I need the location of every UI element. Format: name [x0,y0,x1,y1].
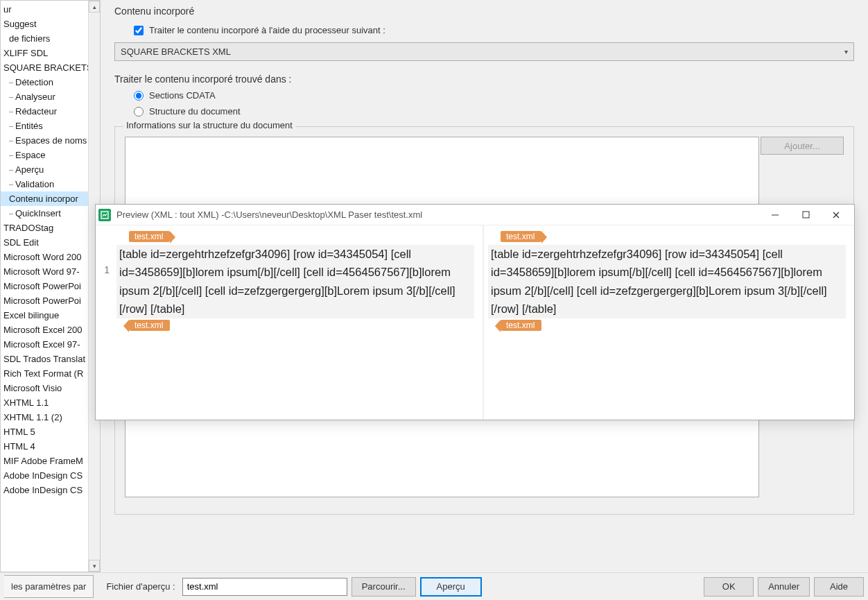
preview-text-right: [table id=zergehtrhzefzefgr34096] [row i… [488,245,846,318]
reset-params-button[interactable]: les paramètres par [4,575,94,598]
preview-file-input[interactable] [182,578,347,596]
tag-close-right: test.xml [501,320,541,331]
preview-text-left: [table id=zergehtrhzefzefgr34096] [row i… [116,245,474,318]
tag-open-left: test.xml [129,231,170,242]
add-button[interactable]: Ajouter... [761,137,844,155]
preview-file-label: Fichier d'aperçu : [106,581,175,592]
tree-item[interactable]: Adobe InDesign CS [1,483,100,497]
tree-item[interactable]: Microsoft Excel 97- [1,337,100,352]
preview-pane-left: test.xml [table id=zergehtrhzefzefgr3409… [112,225,484,420]
browse-button[interactable]: Parcourir... [351,577,416,597]
sidebar-tree: urSuggestde fichiersXLIFF SDLSQUARE BRAC… [0,0,101,572]
tree-item[interactable]: XHTML 1.1 (2) [1,410,100,425]
chevron-down-icon: ▾ [844,48,848,55]
tag-close-left: test.xml [129,320,170,331]
tree-item[interactable]: Microsoft Word 200 [1,250,100,264]
process-embedded-label: Traiter le contenu incorporé à l'aide du… [149,25,385,35]
process-embedded-checkbox[interactable] [134,26,144,35]
tree-item[interactable]: TRADOStag [1,221,100,235]
tree-item[interactable]: Détection [1,75,100,89]
tree-item[interactable]: XLIFF SDL [1,46,100,60]
tree-item[interactable]: SDL Trados Translat [1,352,100,366]
svg-rect-2 [803,212,809,218]
tree-item[interactable]: Entités [1,119,100,133]
tree-item[interactable]: HTML 4 [1,439,100,454]
tree-item[interactable]: Contenu incorpor [1,191,100,206]
tree-item[interactable]: Rich Text Format (R [1,366,100,381]
tree-item[interactable]: Adobe InDesign CS [1,468,100,483]
processor-dropdown-value: SQUARE BRACKETS XML [121,46,231,57]
tree-item[interactable]: de fichiers [1,31,100,46]
tree-item[interactable]: Microsoft Visio [1,381,100,395]
tree-item[interactable]: MIF Adobe FrameM [1,454,100,468]
tree-item[interactable]: Aperçu [1,162,100,177]
radio-structure-label: Structure du document [149,106,241,117]
radio-cdata-label: Sections CDATA [149,90,216,101]
cancel-button[interactable]: Annuler [758,577,810,597]
fieldset-legend: Informations sur la structure du documen… [123,120,295,130]
scroll-up-icon[interactable]: ▴ [89,1,100,12]
section-heading: Contenu incorporé [114,6,854,17]
tree-item[interactable]: SDL Edit [1,235,100,250]
ok-button[interactable]: OK [704,577,754,597]
tree-item[interactable]: Microsoft Word 97- [1,264,100,279]
preview-title: Preview (XML : tout XML) -C:\Users\neveu… [116,209,760,220]
help-button[interactable]: Aide [814,577,864,597]
tag-open-right: test.xml [501,231,541,242]
tree-item[interactable]: Microsoft Excel 200 [1,323,100,337]
processor-dropdown[interactable]: SQUARE BRACKETS XML ▾ [114,42,854,61]
close-button[interactable] [821,205,851,225]
tree-item[interactable]: Microsoft PowerPoi [1,279,100,293]
found-in-label: Traiter le contenu incorporé trouvé dans… [114,74,854,85]
preview-app-icon [98,209,111,221]
preview-titlebar[interactable]: Preview (XML : tout XML) -C:\Users\neveu… [96,205,854,225]
preview-pane-right: test.xml [table id=zergehtrhzefzefgr3409… [484,225,854,420]
tree-item[interactable]: Espaces de noms [1,133,100,148]
maximize-button[interactable] [790,205,821,225]
tree-item[interactable]: Suggest [1,17,100,31]
tree-item[interactable]: ur [1,2,100,17]
radio-cdata[interactable] [134,91,144,101]
tree-item[interactable]: Validation [1,177,100,191]
tree-item[interactable]: HTML 5 [1,425,100,439]
tree-item[interactable]: QuickInsert [1,206,100,221]
radio-structure[interactable] [134,107,144,117]
preview-button[interactable]: Aperçu [420,577,482,597]
tree-item[interactable]: XHTML 1.1 [1,395,100,410]
tree-item[interactable]: Microsoft PowerPoi [1,293,100,308]
tree-item[interactable]: Excel bilingue [1,308,100,323]
preview-window: Preview (XML : tout XML) -C:\Users\neveu… [95,204,855,420]
tree-item[interactable]: Espace [1,148,100,162]
tree-item[interactable]: SQUARE BRACKETS [1,60,100,75]
tree-item[interactable]: Rédacteur [1,104,100,119]
scroll-down-icon[interactable]: ▾ [89,560,100,572]
tree-item[interactable]: Analyseur [1,89,100,104]
bottom-bar: les paramètres par Fichier d'aperçu : Pa… [0,572,868,600]
preview-line-number: 1 [96,225,112,420]
minimize-button[interactable] [760,205,790,225]
